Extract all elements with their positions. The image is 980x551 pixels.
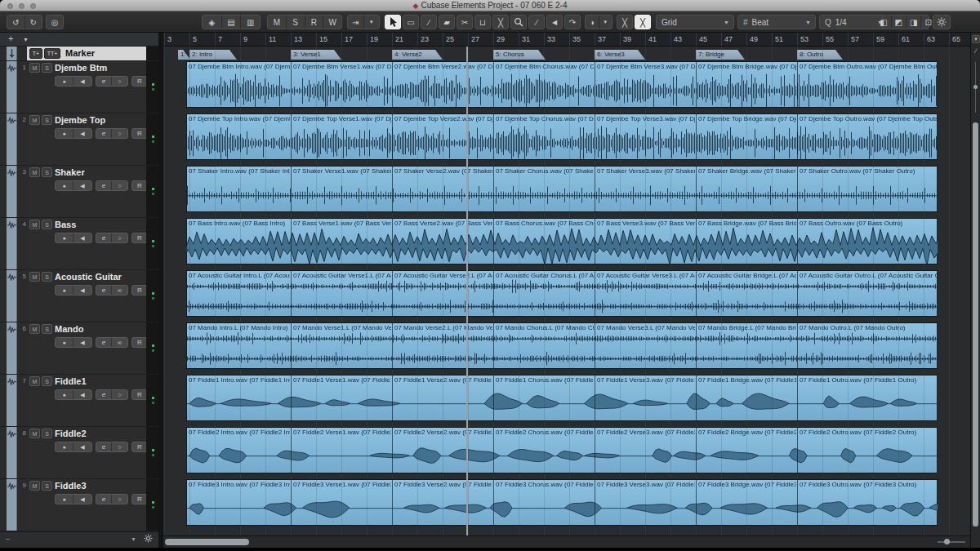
grid-type-dropdown[interactable]: # Beat▼ bbox=[737, 15, 816, 29]
track-solo-button[interactable]: S bbox=[42, 167, 52, 177]
track-solo-button[interactable]: S bbox=[42, 429, 52, 438]
autoscroll-icon[interactable]: ⇥ bbox=[348, 16, 364, 29]
audio-event[interactable]: 07 Djembe Btm Bridge.wav (07 Djembe Btm … bbox=[696, 62, 797, 109]
track-mute-button[interactable]: M bbox=[29, 481, 40, 491]
audio-event[interactable]: 07 Mando Verse3.L (07 Mando Verse3) bbox=[595, 323, 696, 370]
audio-event[interactable]: 07 Fiddle1 Verse3.wav (07 Fiddle1 Verse3… bbox=[595, 375, 696, 422]
horizontal-zoom-slider[interactable] bbox=[938, 541, 965, 543]
marker-flag[interactable]: 3: Verse1 bbox=[291, 50, 341, 60]
audio-event[interactable]: 07 Shaker Intro.wav (07 Shaker Intro) bbox=[186, 167, 291, 213]
audio-event[interactable]: 07 Bass Intro.wav (07 Bass Intro) bbox=[186, 219, 291, 265]
track-header-acoustic-guitar[interactable]: 5MSAcoustic Guitar●◀e∞RW bbox=[0, 270, 158, 322]
toolbar-setup-gear-button[interactable] bbox=[933, 15, 951, 29]
track-list-caret-icon[interactable]: ▼ bbox=[131, 536, 136, 542]
track-mute-button[interactable]: M bbox=[29, 324, 40, 334]
edit-channel-button[interactable]: e bbox=[96, 233, 112, 242]
split-tool[interactable]: ✂ bbox=[457, 15, 473, 29]
monitor-button[interactable]: ◀ bbox=[74, 129, 91, 138]
add-marker-button[interactable]: T+ bbox=[29, 48, 42, 59]
audio-event[interactable]: 07 Mando Chorus.L (07 Mando Chorus) bbox=[493, 323, 595, 370]
audio-event[interactable]: 07 Bass Chorus.wav (07 Bass Chorus) bbox=[493, 219, 595, 265]
monitor-button[interactable]: ◀ bbox=[74, 338, 91, 347]
track-header-fiddle3[interactable]: 9MSFiddle3●◀e○RW bbox=[0, 479, 158, 531]
solo-all-button[interactable]: S bbox=[287, 16, 305, 29]
track-solo-button[interactable]: S bbox=[42, 481, 52, 491]
audio-event[interactable]: 07 Mando Intro.L (07 Mando Intro) bbox=[186, 323, 291, 370]
track-mute-button[interactable]: M bbox=[29, 272, 40, 282]
horizontal-scrollbar-thumb[interactable] bbox=[165, 539, 249, 545]
record-enable-button[interactable]: ● bbox=[56, 390, 74, 399]
audio-event[interactable]: 07 Fiddle1 Outro.wav (07 Fiddle1 Outro) bbox=[797, 375, 938, 422]
marker-flag[interactable]: 2: Intro bbox=[189, 50, 237, 60]
marker-flag[interactable]: 7: Bridge bbox=[696, 50, 745, 60]
audio-event[interactable]: 07 Acoustic Guitar Outro.L (07 Acoustic … bbox=[797, 271, 938, 318]
audio-event[interactable]: 07 Fiddle1 Bridge.wav (07 Fiddle1 Bridge… bbox=[696, 375, 797, 422]
track-panel[interactable]: MSDjembe Btm●◀e○RW bbox=[27, 61, 146, 113]
monitor-button[interactable]: ◀ bbox=[74, 286, 91, 295]
track-list-settings-gear-icon[interactable] bbox=[144, 534, 153, 543]
audio-event[interactable]: 07 Djembe Btm Chorus.wav (07 Djembe Btm … bbox=[493, 62, 595, 109]
audio-event[interactable]: 07 Shaker Bridge.wav (07 Shaker Bridge) bbox=[696, 167, 797, 213]
playhead-cursor[interactable] bbox=[466, 47, 468, 535]
audio-event[interactable]: 07 Mando Outro.L (07 Mando Outro) bbox=[797, 323, 938, 370]
track-solo-button[interactable]: S bbox=[42, 324, 52, 334]
track-panel[interactable]: MSBass●◀e○RW bbox=[27, 218, 146, 269]
audio-event[interactable]: 07 Djembe Top Verse2.wav (07 Djembe Top … bbox=[392, 114, 493, 161]
pencil-icon[interactable]: ∕ bbox=[972, 47, 980, 55]
track-header-mando[interactable]: 6MSMando●◀e∞RW bbox=[0, 322, 158, 375]
line-tool[interactable]: ∕ bbox=[528, 15, 545, 29]
track-panel[interactable]: MSMando●◀e∞RW bbox=[27, 322, 146, 374]
monitor-button[interactable]: ◀ bbox=[74, 495, 91, 504]
edit-channel-button[interactable]: e bbox=[96, 495, 112, 504]
audio-event[interactable]: 07 Mando Verse2.L (07 Mando Verse2) bbox=[392, 323, 493, 370]
audio-event[interactable]: 07 Shaker Verse3.wav (07 Shaker Verse3) bbox=[595, 167, 696, 213]
audio-event[interactable]: 07 Djembe Btm Verse1.wav (07 Djembe Btm … bbox=[291, 62, 392, 109]
audio-event[interactable]: 07 Fiddle3 Bridge.wav (07 Fiddle3 Bridge… bbox=[696, 480, 797, 527]
color-tool[interactable]: ↷ bbox=[564, 15, 581, 29]
audio-event[interactable]: 07 Fiddle1 Intro.wav (07 Fiddle1 Intro) bbox=[186, 375, 291, 422]
audio-event[interactable]: 07 Bass Bridge.wav (07 Bass Bridge) bbox=[696, 219, 797, 265]
snap-mode-dropdown[interactable]: Grid▼ bbox=[656, 15, 734, 29]
write-all-button[interactable]: W bbox=[323, 16, 341, 29]
marker-flag[interactable]: 1: Int bbox=[178, 50, 190, 60]
monitor-button[interactable]: ◀ bbox=[74, 181, 91, 190]
audio-event[interactable]: 07 Acoustic Guitar Verse2.L (07 Acoustic… bbox=[392, 271, 493, 318]
audio-event[interactable]: 07 Fiddle1 Verse2.wav (07 Fiddle1 Verse2… bbox=[392, 375, 493, 422]
autoscroll-caret-icon[interactable]: ▼ bbox=[364, 16, 380, 29]
track-visibility-caret-icon[interactable]: ▼ bbox=[23, 37, 29, 42]
marker-track-panel[interactable]: T+TT+Marker bbox=[27, 47, 146, 60]
audio-event[interactable]: 07 Djembe Btm Verse3.wav (07 Djembe Btm … bbox=[595, 62, 696, 109]
track-panel[interactable]: MSDjembe Top●◀e○RW bbox=[27, 113, 146, 165]
edit-channel-button[interactable]: e bbox=[96, 181, 112, 190]
record-enable-button[interactable]: ● bbox=[56, 181, 74, 190]
audio-event[interactable]: 07 Djembe Top Bridge.wav (07 Djembe Top … bbox=[696, 114, 797, 161]
color-menu-caret-icon[interactable]: ▼ bbox=[599, 16, 612, 29]
audio-event[interactable]: 07 Bass Verse3.wav (07 Bass Verse3) bbox=[595, 219, 696, 265]
track-header-fiddle1[interactable]: 7MSFiddle1●◀e○RW bbox=[0, 375, 158, 427]
record-enable-button[interactable]: ● bbox=[56, 338, 74, 347]
monitor-button[interactable]: ◀ bbox=[74, 390, 91, 399]
audio-event[interactable]: 07 Fiddle2 Verse3.wav (07 Fiddle2 Verse3… bbox=[595, 428, 696, 474]
monitor-button[interactable]: ◀ bbox=[74, 77, 91, 86]
track-solo-button[interactable]: S bbox=[42, 220, 52, 229]
zoom-tool[interactable] bbox=[510, 15, 527, 29]
snap-on-off-button[interactable]: ╳ bbox=[635, 15, 651, 29]
draw-tool[interactable]: ∕ bbox=[421, 15, 437, 29]
audio-event[interactable]: 07 Shaker Outro.wav (07 Shaker Outro) bbox=[797, 167, 938, 213]
play-tool[interactable]: ◀ bbox=[546, 15, 563, 29]
audio-event[interactable]: 07 Fiddle2 Intro.wav (07 Fiddle2 Intro) bbox=[186, 428, 291, 474]
record-enable-button[interactable]: ● bbox=[56, 233, 74, 242]
diamond-icon[interactable]: ◈ bbox=[203, 16, 222, 29]
audio-event[interactable]: 07 Mando Verse1.L (07 Mando Verse1) bbox=[291, 323, 392, 370]
track-panel[interactable]: MSAcoustic Guitar●◀e∞RW bbox=[27, 270, 146, 322]
track-header-fiddle2[interactable]: 8MSFiddle2●◀e○RW bbox=[0, 427, 158, 479]
glue-tool[interactable]: ⊔ bbox=[474, 15, 491, 29]
record-enable-button[interactable]: ● bbox=[56, 77, 74, 86]
audio-event[interactable]: 07 Fiddle2 Bridge.wav (07 Fiddle2 Bridge… bbox=[696, 428, 797, 474]
audio-event[interactable]: 07 Djembe Top Outro.wav (07 Djembe Top O… bbox=[797, 114, 938, 161]
marker-flag[interactable]: 5: Chorus bbox=[493, 50, 546, 60]
ruler-options-caret-icon[interactable]: ▼ bbox=[972, 35, 980, 43]
lower-zone-icon[interactable]: ◩ bbox=[892, 16, 906, 29]
track-panel[interactable]: MSShaker●◀e○RW bbox=[27, 166, 146, 217]
timeline-ruler[interactable]: 3579111315171921232527293133353739414345… bbox=[163, 33, 970, 47]
